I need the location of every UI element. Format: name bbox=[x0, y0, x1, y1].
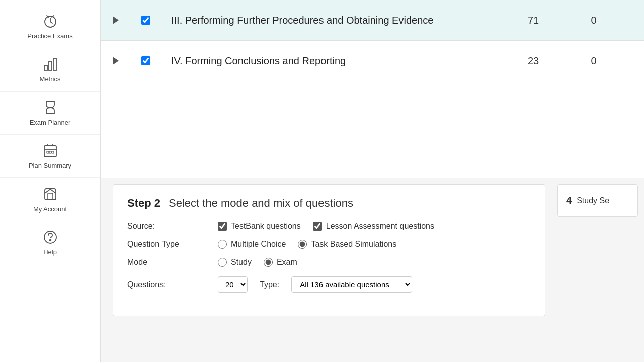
task-based-radio-label[interactable]: Task Based Simulations bbox=[298, 240, 396, 249]
svg-rect-11 bbox=[49, 151, 51, 153]
type-select[interactable]: All 136 available questions Unused quest… bbox=[291, 276, 412, 293]
step3-panel: 4 Study Se bbox=[557, 184, 638, 217]
row-checkbox-iv[interactable] bbox=[141, 56, 150, 65]
calendar-grid-icon bbox=[42, 143, 58, 159]
study-radio-label[interactable]: Study bbox=[218, 258, 252, 267]
exam-radio[interactable] bbox=[264, 258, 273, 267]
row-title-iv: IV. Forming Conclusions and Reporting bbox=[161, 46, 503, 76]
source-controls: TestBank questions Lesson Assessment que… bbox=[218, 222, 434, 231]
questions-controls: 20 10 30 40 Type: All 136 available ques… bbox=[218, 276, 412, 293]
sidebar-item-exam-planner[interactable]: Exam Planner bbox=[0, 92, 100, 135]
svg-rect-1 bbox=[44, 65, 47, 70]
step3-title: Study Se bbox=[577, 196, 609, 205]
question-type-row: Question Type Multiple Choice Task Based… bbox=[127, 240, 531, 249]
question-circle-icon bbox=[42, 229, 58, 245]
svg-rect-10 bbox=[47, 151, 49, 153]
questions-select[interactable]: 20 10 30 40 bbox=[218, 276, 248, 293]
row-title-iii: III. Performing Further Procedures and O… bbox=[161, 5, 503, 35]
svg-rect-13 bbox=[45, 189, 56, 200]
exam-label: Exam bbox=[277, 258, 297, 267]
testbank-checkbox[interactable] bbox=[218, 222, 227, 231]
main-content: III. Performing Further Procedures and O… bbox=[101, 0, 644, 362]
mode-label: Mode bbox=[127, 258, 208, 267]
svg-rect-2 bbox=[49, 61, 52, 70]
sidebar-item-practice-exams[interactable]: Practice Exams bbox=[0, 5, 100, 48]
type-label: Type: bbox=[260, 280, 279, 289]
testbank-label: TestBank questions bbox=[231, 222, 301, 231]
svg-rect-3 bbox=[53, 58, 56, 70]
expand-button-iii[interactable] bbox=[101, 11, 131, 29]
table-row: IV. Forming Conclusions and Reporting 23… bbox=[101, 41, 644, 81]
home-square-icon bbox=[42, 186, 58, 202]
bar-chart-icon bbox=[42, 56, 58, 72]
multiple-choice-radio-label[interactable]: Multiple Choice bbox=[218, 240, 286, 249]
svg-point-16 bbox=[49, 240, 51, 241]
testbank-checkbox-label[interactable]: TestBank questions bbox=[218, 222, 301, 231]
sidebar-item-plan-summary-label: Plan Summary bbox=[29, 162, 71, 169]
step2-container: Step 2 Select the mode and mix of questi… bbox=[107, 178, 551, 356]
question-type-controls: Multiple Choice Task Based Simulations bbox=[218, 240, 396, 249]
step2-section: Step 2 Select the mode and mix of questi… bbox=[113, 184, 545, 316]
exam-radio-label[interactable]: Exam bbox=[264, 258, 297, 267]
questions-label: Questions: bbox=[127, 280, 208, 289]
row-count2-iii: 0 bbox=[564, 15, 624, 26]
checkbox-cell-iii[interactable] bbox=[131, 16, 161, 25]
step2-header: Step 2 Select the mode and mix of questi… bbox=[127, 197, 531, 210]
questions-row: Questions: 20 10 30 40 Type: All 136 ava… bbox=[127, 276, 531, 293]
multiple-choice-label: Multiple Choice bbox=[231, 240, 286, 249]
checkbox-cell-iv[interactable] bbox=[131, 56, 161, 65]
lesson-label: Lesson Assessment questions bbox=[326, 222, 434, 231]
task-based-radio[interactable] bbox=[298, 240, 307, 249]
sidebar-item-help[interactable]: Help bbox=[0, 221, 100, 264]
task-based-label: Task Based Simulations bbox=[311, 240, 396, 249]
clock-check-icon bbox=[42, 13, 58, 29]
content-table: III. Performing Further Procedures and O… bbox=[101, 0, 644, 81]
source-label: Source: bbox=[127, 222, 208, 231]
row-count2-iv: 0 bbox=[564, 55, 624, 67]
sidebar: Practice Exams Metrics Exam Planner Plan… bbox=[0, 0, 101, 362]
svg-rect-14 bbox=[48, 193, 53, 200]
table-area: III. Performing Further Procedures and O… bbox=[101, 0, 644, 178]
lesson-checkbox-label[interactable]: Lesson Assessment questions bbox=[313, 222, 434, 231]
sidebar-item-metrics-label: Metrics bbox=[40, 75, 61, 83]
study-radio[interactable] bbox=[218, 258, 227, 267]
expand-icon-iii bbox=[113, 16, 119, 24]
sidebar-item-my-account[interactable]: My Account bbox=[0, 178, 100, 221]
study-label: Study bbox=[231, 258, 252, 267]
lesson-checkbox[interactable] bbox=[313, 222, 322, 231]
sidebar-item-help-label: Help bbox=[43, 248, 57, 256]
sidebar-item-metrics[interactable]: Metrics bbox=[0, 48, 100, 92]
steps-area: Step 2 Select the mode and mix of questi… bbox=[101, 178, 644, 362]
hourglass-icon bbox=[42, 100, 58, 116]
step2-title: Select the mode and mix of questions bbox=[169, 197, 353, 210]
mode-row: Mode Study Exam bbox=[127, 258, 531, 267]
source-row: Source: TestBank questions Lesson Assess… bbox=[127, 222, 531, 231]
sidebar-item-my-account-label: My Account bbox=[33, 205, 67, 213]
sidebar-item-practice-exams-label: Practice Exams bbox=[27, 32, 72, 40]
question-type-label: Question Type bbox=[127, 240, 208, 249]
step3-number: 4 bbox=[566, 195, 572, 206]
row-count1-iii: 71 bbox=[503, 15, 564, 26]
sidebar-item-plan-summary[interactable]: Plan Summary bbox=[0, 135, 100, 178]
row-checkbox-iii[interactable] bbox=[141, 16, 150, 25]
step3-header: 4 Study Se bbox=[566, 195, 629, 206]
expand-button-iv[interactable] bbox=[101, 52, 131, 70]
svg-rect-12 bbox=[52, 151, 54, 153]
multiple-choice-radio[interactable] bbox=[218, 240, 227, 249]
step2-number: Step 2 bbox=[127, 197, 160, 210]
table-row: III. Performing Further Procedures and O… bbox=[101, 0, 644, 41]
row-count1-iv: 23 bbox=[503, 55, 564, 67]
sidebar-item-exam-planner-label: Exam Planner bbox=[30, 119, 71, 126]
expand-icon-iv bbox=[113, 57, 119, 65]
mode-controls: Study Exam bbox=[218, 258, 297, 267]
